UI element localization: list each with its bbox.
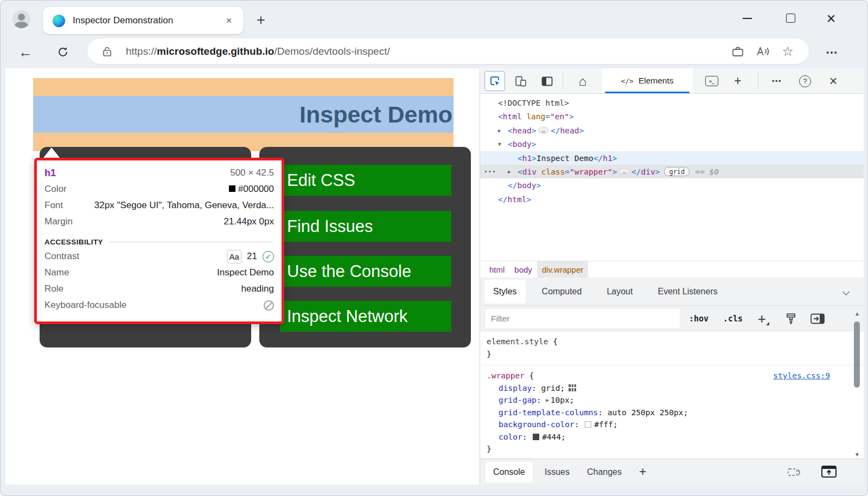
hover-state-toggle[interactable]: :hov — [689, 306, 709, 331]
dom-node-body-close[interactable]: </body> — [480, 178, 864, 192]
dock-drawer-icon — [820, 464, 838, 479]
briefcase-icon — [731, 46, 744, 57]
expand-arrow-icon[interactable]: ▶ — [508, 169, 518, 175]
keyboard-focusable-label: Keyboard-focusable — [44, 300, 126, 311]
dom-node-body-open[interactable]: ▼ <body> — [480, 137, 864, 151]
grid-badge[interactable]: grid — [664, 167, 690, 176]
lock-icon[interactable] — [103, 46, 112, 57]
add-tool-button[interactable]: + — [727, 71, 748, 91]
scroll-up-icon[interactable]: ▲ — [853, 311, 861, 317]
console-tool-button[interactable]: >_ — [701, 71, 722, 91]
dom-node-head[interactable]: ▶ <head>…</head> — [480, 124, 864, 137]
color-swatch[interactable] — [533, 434, 539, 440]
restore-drawer-button[interactable] — [787, 466, 803, 479]
css-property-grid-gap[interactable]: grid-gap: ▶10px; — [480, 394, 864, 407]
contrast-label: Contrast — [44, 251, 79, 262]
tab-layout[interactable]: Layout — [598, 280, 641, 304]
new-tab-button[interactable]: + — [251, 10, 271, 30]
expand-arrow-icon[interactable]: ▶ — [498, 127, 508, 133]
dom-node-html-open[interactable]: <html lang="en"> — [480, 109, 864, 123]
window-close-button[interactable]: × — [822, 8, 840, 29]
tooltip-margin-label: Margin — [44, 216, 73, 227]
accessibility-section-title: ACCESSIBILITY — [44, 238, 103, 246]
dom-node-html-close[interactable]: </html> — [480, 192, 864, 206]
refresh-icon — [57, 46, 69, 58]
dock-side-button[interactable] — [537, 71, 557, 91]
address-bar[interactable]: https://microsoftedge.github.io/Demos/de… — [87, 38, 809, 64]
grid-editor-icon[interactable] — [569, 367, 616, 409]
minimize-button[interactable] — [743, 18, 757, 22]
element-style-rule[interactable]: element.style { — [480, 336, 864, 348]
edit-css-button[interactable]: Edit CSS — [280, 165, 451, 196]
class-toggle[interactable]: .cls — [723, 306, 743, 331]
dom-node-div-wrapper[interactable]: ••• ▶ <div class="wrapper">…</div>grid==… — [480, 165, 864, 178]
refresh-button[interactable] — [53, 42, 73, 62]
find-issues-button[interactable]: Find Issues — [280, 211, 451, 242]
collapse-arrow-icon[interactable]: ▼ — [498, 141, 508, 147]
avatar-person-icon — [18, 14, 25, 21]
help-button[interactable]: ? — [795, 71, 815, 91]
collections-button[interactable] — [725, 46, 750, 57]
tab-styles[interactable]: Styles — [484, 280, 526, 304]
content-overlay: Inspect Demo — [33, 96, 454, 133]
device-emulation-button[interactable] — [510, 71, 531, 91]
device-emulation-icon — [514, 75, 527, 87]
brush-icon — [785, 312, 797, 325]
dock-side-icon — [541, 76, 553, 87]
devtools-menu-button[interactable]: ••• — [767, 71, 787, 91]
format-styles-button[interactable] — [785, 306, 797, 331]
wrapper-rule-header[interactable]: .wrapper { styles.css:9 — [480, 370, 864, 382]
home-icon[interactable]: ⌂ — [572, 71, 593, 91]
inspect-network-button[interactable]: Inspect Network — [280, 301, 451, 332]
chevron-down-icon[interactable] — [843, 288, 850, 295]
dom-node-h1[interactable]: <h1>Inspect Demo</h1> — [480, 151, 864, 165]
collapsed-content-icon[interactable]: … — [619, 168, 629, 175]
css-property-background-color[interactable]: background-color: #fff; — [480, 418, 864, 431]
expand-arrow-icon[interactable]: ▶ — [546, 397, 548, 403]
profile-avatar[interactable] — [12, 10, 30, 28]
back-button[interactable]: ← — [15, 42, 36, 62]
browser-tab[interactable]: Inspector Demonstration × — [43, 7, 244, 34]
collapsed-content-icon[interactable]: … — [538, 127, 548, 134]
dom-node-doctype[interactable]: <!DOCTYPE html> — [480, 96, 864, 109]
name-label: Name — [44, 267, 69, 278]
inspect-cursor-icon — [489, 75, 501, 87]
tooltip-dimensions: 500 × 42.5 — [56, 168, 274, 178]
crumb-body[interactable]: body — [509, 261, 537, 278]
tab-event-listeners[interactable]: Event Listeners — [649, 280, 726, 304]
drawer-tab-console[interactable]: Console — [486, 462, 533, 482]
maximize-button[interactable] — [786, 14, 795, 23]
color-swatch[interactable] — [585, 421, 591, 428]
tab-close-icon[interactable]: × — [221, 15, 237, 27]
scrollbar-thumb[interactable] — [854, 321, 860, 388]
filter-input[interactable] — [486, 309, 680, 328]
use-the-console-button[interactable]: Use the Console — [280, 256, 451, 287]
add-drawer-tab-button[interactable]: + — [639, 465, 646, 479]
css-property-display[interactable]: display: grid; — [480, 382, 864, 395]
drawer-tab-issues[interactable]: Issues — [537, 462, 577, 482]
devtools-close-button[interactable]: × — [823, 71, 844, 91]
tooltip-margin-value: 21.44px 0px — [73, 216, 274, 227]
pick-element-button[interactable] — [810, 306, 825, 331]
plus-corner-icon: + — [758, 311, 765, 326]
favorite-star-icon[interactable]: ☆ — [775, 44, 800, 59]
tab-computed[interactable]: Computed — [533, 280, 591, 304]
css-property-color[interactable]: color: #444; — [480, 431, 864, 443]
browser-menu-button[interactable]: ••• — [819, 42, 846, 62]
node-menu-icon[interactable]: ••• — [484, 165, 496, 178]
url-text[interactable]: https://microsoftedge.github.io/Demos/de… — [126, 46, 725, 57]
tooltip-color-value: #000000 — [238, 184, 274, 194]
crumb-html[interactable]: html — [484, 261, 509, 278]
crumb-div-wrapper[interactable]: div.wrapper — [537, 261, 588, 278]
drawer-tab-changes[interactable]: Changes — [579, 462, 629, 482]
read-aloud-button[interactable] — [750, 46, 775, 57]
stylesheet-link[interactable]: styles.css:9 — [773, 371, 830, 380]
dock-drawer-button[interactable] — [820, 464, 838, 479]
new-style-rule-button[interactable]: + — [758, 306, 765, 331]
breadcrumb: html body div.wrapper — [480, 261, 864, 278]
inspect-element-button[interactable] — [484, 71, 505, 91]
tab-elements[interactable]: </> Elements — [602, 68, 693, 93]
css-property-grid-template-columns[interactable]: grid-template-columns: auto 250px 250px; — [480, 407, 864, 419]
scroll-down-icon[interactable]: ▼ — [853, 452, 861, 458]
styles-scrollbar[interactable]: ▲ ▼ — [853, 308, 861, 459]
